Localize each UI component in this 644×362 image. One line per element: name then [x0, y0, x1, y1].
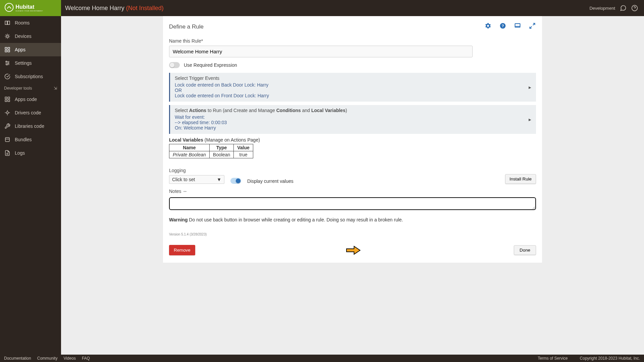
notes-textarea[interactable]: [169, 197, 536, 210]
sidebar-item-apps-code[interactable]: Apps code: [0, 93, 61, 106]
logo[interactable]: Hubitat ELEVATE YOUR ENVIRONMENT: [0, 0, 61, 16]
action-line: --> elapsed time: 0:00:03: [175, 120, 531, 125]
resize-icon: ↔: [182, 189, 187, 194]
logging-select[interactable]: Click to set ▼: [169, 175, 224, 184]
sidebar-item-label: Settings: [15, 60, 32, 66]
expand-icon[interactable]: [529, 22, 536, 30]
actions-title: Select Actions to Run (and Create and Ma…: [175, 108, 531, 113]
footer-link-faq[interactable]: FAQ: [82, 356, 90, 361]
main-content: ? Define a Rule Name this Rule* Use Requ…: [61, 16, 644, 355]
trigger-events-panel[interactable]: ▶ Select Trigger Events Lock code entere…: [169, 73, 536, 102]
svg-rect-16: [5, 47, 7, 49]
footer-link-community[interactable]: Community: [37, 356, 58, 361]
trigger-line: Lock code entered on Front Door Lock: Ha…: [175, 93, 531, 98]
sidebar-item-label: Rooms: [15, 20, 30, 25]
trigger-or: OR: [175, 88, 531, 93]
svg-rect-19: [8, 50, 10, 52]
sidebar-item-libraries-code[interactable]: Libraries code: [0, 119, 61, 133]
install-status: (Not Installed): [126, 5, 164, 11]
gear-icon[interactable]: [484, 22, 492, 30]
footer: Documentation Community Videos FAQ Terms…: [0, 355, 644, 362]
table-header-row: Name Type Value: [169, 144, 253, 151]
triggers-title: Select Trigger Events: [175, 75, 531, 81]
svg-point-7: [6, 35, 8, 37]
sidebar-item-label: Apps code: [15, 97, 37, 102]
developer-tools-header[interactable]: Developer tools ⇲: [0, 83, 61, 93]
libraries-code-icon: [4, 123, 11, 130]
footer-link-tos[interactable]: Terms of Service: [538, 356, 568, 361]
svg-rect-35: [5, 138, 9, 142]
svg-rect-26: [5, 97, 7, 99]
svg-point-0: [5, 3, 13, 11]
install-rule-button[interactable]: Install Rule: [505, 174, 536, 184]
required-expression-label: Use Required Expression: [184, 62, 237, 68]
sidebar-item-label: Drivers code: [15, 110, 41, 115]
display-icon[interactable]: [514, 22, 521, 30]
apps-icon: [4, 46, 11, 53]
chevron-right-icon: ▶: [529, 86, 531, 89]
action-line: Wait for event:: [175, 114, 531, 120]
svg-line-12: [6, 35, 6, 35]
svg-text:Hubitat: Hubitat: [15, 4, 35, 10]
sidebar-item-settings[interactable]: Settings: [0, 56, 61, 70]
pointing-arrow-icon: [346, 245, 361, 255]
remove-button[interactable]: Remove: [169, 245, 195, 255]
required-expression-toggle[interactable]: [169, 62, 180, 68]
rule-name-input[interactable]: [169, 46, 473, 57]
sidebar-item-subscriptions[interactable]: Subscriptions: [0, 70, 61, 83]
help-icon[interactable]: [631, 5, 638, 11]
version-text: Version 5.1.4 (3/28/2023): [169, 232, 536, 236]
svg-rect-27: [8, 97, 10, 99]
sidebar-item-apps[interactable]: Apps: [0, 43, 61, 56]
hubitat-logo-icon: Hubitat ELEVATE YOUR ENVIRONMENT: [4, 2, 54, 14]
sidebar-item-label: Logs: [15, 150, 25, 156]
trigger-line: Lock code entered on Back Door Lock: Har…: [175, 82, 531, 88]
table-row: Private Boolean Boolean true: [169, 151, 253, 158]
actions-panel[interactable]: ▶ Select Actions to Run (and Create and …: [169, 105, 536, 134]
chevron-right-icon: ▶: [529, 118, 531, 121]
sidebar-item-devices[interactable]: Devices: [0, 30, 61, 43]
section-title: Define a Rule: [169, 23, 536, 30]
help-circle-icon[interactable]: ?: [499, 22, 506, 30]
subscriptions-icon: [4, 73, 11, 80]
sidebar-item-rooms[interactable]: Rooms: [0, 16, 61, 30]
caret-down-icon: ▼: [217, 177, 221, 182]
local-variables-label: Local Variables (Manage on Actions Page): [169, 137, 536, 143]
collapse-icon: ⇲: [54, 86, 57, 91]
sidebar-item-label: Bundles: [15, 137, 32, 142]
bundles-icon: [4, 136, 11, 143]
svg-rect-28: [5, 100, 7, 102]
local-variables-table: Name Type Value Private Boolean Boolean …: [169, 144, 253, 158]
svg-line-14: [6, 37, 6, 38]
settings-icon: [4, 60, 11, 66]
svg-rect-29: [8, 100, 10, 102]
footer-link-documentation[interactable]: Documentation: [4, 356, 31, 361]
footer-link-videos[interactable]: Videos: [63, 356, 75, 361]
logs-icon: [4, 150, 11, 156]
sidebar-item-drivers-code[interactable]: Drivers code: [0, 106, 61, 119]
devices-icon: [4, 33, 11, 40]
action-line: On: Welcome Harry: [175, 125, 531, 131]
display-values-toggle[interactable]: [230, 178, 241, 184]
sidebar-item-label: Libraries code: [15, 123, 44, 129]
sidebar-item-label: Devices: [15, 34, 32, 39]
svg-point-25: [6, 64, 7, 65]
drivers-code-icon: [4, 109, 11, 116]
page-title: Welcome Home Harry (Not Installed): [65, 5, 164, 12]
logging-label: Logging: [169, 168, 224, 173]
notes-label: Notes ↔: [169, 189, 536, 194]
sidebar-item-logs[interactable]: Logs: [0, 146, 61, 160]
dev-mode-label: Development: [589, 6, 615, 11]
sidebar-item-bundles[interactable]: Bundles: [0, 133, 61, 146]
apps-code-icon: [4, 96, 11, 103]
sidebar: Rooms Devices Apps Settings Subscription…: [0, 16, 61, 355]
footer-copyright: Copyright 2018-2023 Hubitat, Inc.: [580, 356, 640, 361]
chat-icon[interactable]: [620, 5, 627, 11]
name-label: Name this Rule*: [169, 38, 536, 44]
svg-text:ELEVATE YOUR ENVIRONMENT: ELEVATE YOUR ENVIRONMENT: [16, 10, 43, 12]
svg-line-13: [8, 37, 9, 38]
rule-card: ? Define a Rule Name this Rule* Use Requ…: [163, 16, 542, 263]
sidebar-item-label: Apps: [15, 47, 25, 52]
svg-point-21: [6, 61, 7, 62]
done-button[interactable]: Done: [514, 245, 536, 255]
